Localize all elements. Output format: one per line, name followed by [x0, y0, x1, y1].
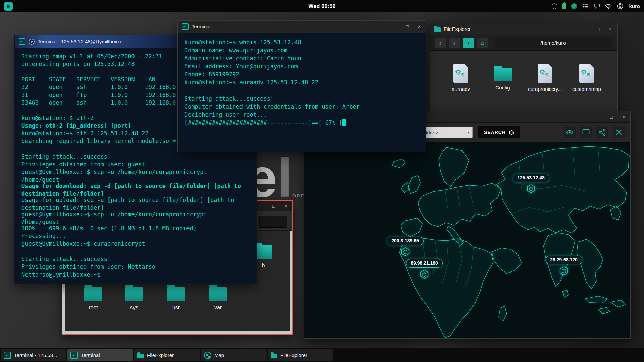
ip-marker[interactable]: 89.98.21.180	[406, 259, 443, 280]
forward-button[interactable]: ›	[449, 38, 460, 48]
folder-icon	[254, 245, 272, 259]
search-button[interactable]: SEARCH	[478, 126, 520, 138]
folder-label: root	[75, 305, 112, 311]
file-item[interactable]: Config	[483, 64, 523, 90]
eye-button[interactable]	[564, 126, 576, 138]
minimize-button[interactable]: −	[597, 115, 602, 119]
remote-folder-item[interactable]: var	[200, 287, 236, 311]
executable-file-icon: ⚙	[579, 64, 594, 83]
terminal-line: Starting attack...success!	[21, 255, 246, 263]
up-button[interactable]: ▲	[463, 38, 474, 48]
titlebar[interactable]: FileExplorer − □ ×	[430, 23, 617, 35]
minimize-button[interactable]: −	[259, 204, 264, 208]
terminal-line: guest@Uymillboxxe:~$ scp -u /home/kuro/c…	[21, 210, 246, 225]
file-item[interactable]: ⚙ customnmap	[567, 64, 607, 92]
remote-folder-item[interactable]: usr	[158, 287, 195, 311]
terminal-output[interactable]: kuro@station:~$ whois 125.53.12.48 Domai…	[178, 33, 426, 152]
close-button[interactable]: ×	[608, 27, 613, 32]
folder-icon	[434, 27, 441, 32]
folder-icon	[494, 68, 512, 81]
folder-label: usr	[158, 305, 195, 311]
terminal-line	[184, 86, 419, 95]
terminal-line: Email address: Youn@qurijayos.com	[184, 62, 419, 70]
folder-icon	[84, 287, 102, 301]
screencast-icon	[582, 128, 590, 136]
taskbar-item-map[interactable]: Map	[201, 349, 267, 361]
ip-marker-label: 125.53.12.48	[513, 174, 549, 182]
file-explorer-toolbar: ‹ › ▲ ⌂ /home/kuro	[430, 35, 617, 51]
file-item[interactable]: ⚙ curaproniccry...	[525, 64, 565, 92]
folder-label: sys	[116, 305, 153, 311]
list-icon[interactable]	[582, 4, 589, 9]
crossed-arrows-button[interactable]	[613, 126, 625, 138]
remote-folder-item[interactable]: root	[75, 287, 112, 311]
hexagon-node-icon	[406, 269, 443, 280]
titlebar[interactable]: Terminal − □ ×	[178, 21, 426, 33]
maximize-button[interactable]: □	[609, 115, 614, 119]
arrow-up-icon: ▲	[467, 41, 471, 45]
terminal-line: Administrative contact: Carin Youn	[184, 54, 419, 62]
file-item[interactable]: ⚙ auraadv	[441, 64, 481, 92]
terminal-line: guest@Uymillboxxe:~$ curaproniccrypt	[21, 240, 246, 248]
terminal-cursor: █	[342, 119, 346, 126]
username: kuro	[629, 3, 640, 9]
terminal-line	[21, 248, 246, 255]
chat-icon[interactable]	[594, 3, 600, 9]
terminal-line: guest@Uymillboxxe:~$ scp -u /home/kuro/c…	[21, 168, 246, 182]
maximize-button[interactable]: □	[405, 24, 410, 29]
chevron-left-icon: ‹	[439, 39, 441, 47]
search-button-label: SEARCH	[484, 130, 506, 135]
ip-marker[interactable]: 200.8.189.65	[387, 237, 424, 258]
close-button[interactable]: ×	[283, 204, 288, 208]
minimize-button[interactable]: −	[584, 27, 589, 32]
ip-marker[interactable]: 28.29.68.120	[545, 256, 582, 277]
taskbar: Terminal - 125.53... Terminal FileExplor…	[0, 348, 644, 362]
wallpaper-logo-letter: l	[277, 147, 293, 208]
battery-icon[interactable]	[562, 3, 566, 9]
path-field[interactable]: /home/kuro	[494, 38, 612, 48]
file-label: Config	[483, 85, 523, 90]
maximize-button[interactable]: □	[596, 27, 601, 32]
taskbar-item-label: Map	[214, 352, 224, 358]
ip-marker[interactable]: 125.53.12.48	[513, 174, 549, 195]
terminal-line: Privileges obtained from user: guest	[21, 161, 246, 168]
taskbar-item-label: Terminal	[81, 352, 100, 358]
user-avatar-icon[interactable]	[617, 3, 623, 9]
folder-icon	[209, 287, 227, 301]
terminal-icon	[70, 352, 78, 359]
taskbar-item-label: FileExplorer	[280, 352, 307, 358]
taskbar-item-fileexplorer-2[interactable]: FileExplorer	[268, 349, 333, 361]
terminal-line: Starting attack...success!	[21, 153, 246, 161]
desktop: el OPER − □ × b root	[0, 0, 644, 362]
terminal-line: Usage for upload: scp -u [path to source…	[21, 196, 246, 210]
close-button[interactable]: ×	[621, 115, 626, 119]
folder-icon	[167, 287, 185, 301]
home-button[interactable]: ⌂	[477, 38, 488, 48]
gears-icon: ⚙	[581, 69, 587, 76]
share-button[interactable]	[596, 126, 608, 138]
executable-file-icon: ⚙	[538, 64, 552, 83]
taskbar-item-terminal[interactable]: Terminal	[67, 349, 133, 361]
taskbar-item-fileexplorer[interactable]: FileExplorer	[134, 349, 200, 361]
close-button[interactable]: ×	[417, 24, 422, 29]
terminal-line: Phone: 859199792	[184, 70, 419, 78]
terminal-local-window: Terminal − □ × kuro@station:~$ whois 125…	[177, 20, 426, 152]
share-icon	[598, 128, 606, 136]
maximize-button[interactable]: □	[271, 204, 276, 208]
remote-path-input[interactable]	[258, 216, 287, 228]
remote-folder-item[interactable]: sys	[116, 287, 153, 311]
os-logo-icon[interactable]: e	[4, 2, 13, 11]
file-label: customnmap	[567, 86, 607, 92]
screencast-button[interactable]	[580, 126, 592, 138]
taskbar-item-terminal-remote[interactable]: Terminal - 125.53...	[1, 349, 66, 361]
terminal-line: Nettarso@Uymillboxxe:~$	[21, 271, 246, 279]
chevron-down-icon: ▾	[468, 130, 470, 135]
back-button[interactable]: ‹	[435, 38, 446, 48]
network-globe-icon[interactable]	[571, 3, 577, 9]
world-map-area[interactable]: 125.53.12.48 200.8.189.65 89.98.21.180 2…	[304, 142, 630, 338]
hexagon-icon[interactable]	[552, 3, 557, 9]
taskbar-item-label: FileExplorer	[147, 352, 174, 358]
gears-icon: ⚙	[455, 69, 461, 76]
wifi-icon[interactable]	[605, 4, 612, 9]
minimize-button[interactable]: −	[392, 24, 398, 29]
